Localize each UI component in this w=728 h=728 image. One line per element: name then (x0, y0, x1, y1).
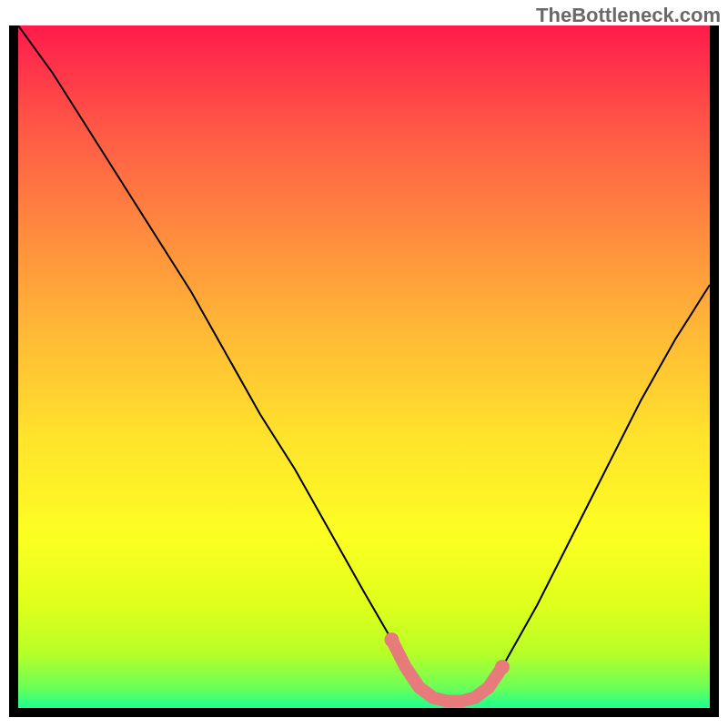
chart-container: TheBottleneck.com (0, 0, 728, 728)
watermark-text: TheBottleneck.com (536, 4, 721, 27)
plot-area (18, 25, 710, 708)
plot-frame (9, 25, 719, 717)
marker-endcap (384, 632, 399, 647)
gradient-background (18, 25, 710, 708)
marker-endcap (495, 660, 510, 674)
